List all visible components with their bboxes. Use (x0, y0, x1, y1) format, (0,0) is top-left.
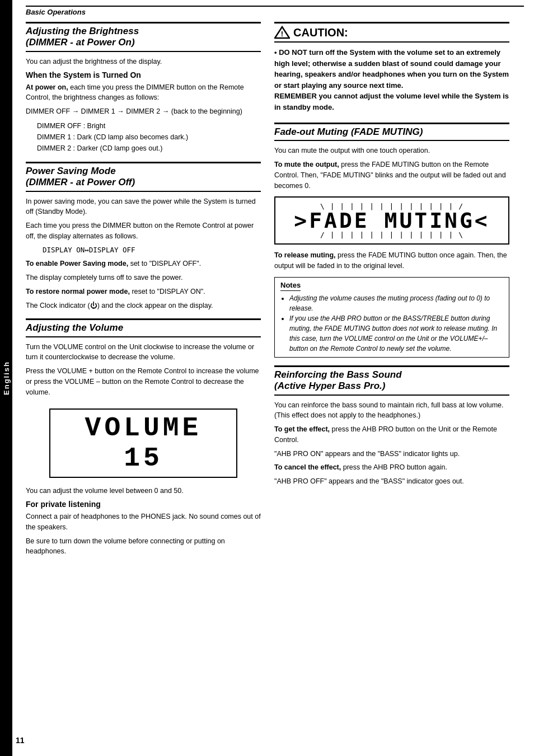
section2-para3-bold: To enable Power Saving mode, (26, 260, 128, 267)
section2-para5-rest: reset to "DISPLAY ON". (130, 288, 205, 295)
svg-text:!: ! (281, 30, 283, 38)
english-tab: English (0, 0, 12, 756)
left-column: Adjusting the Brightness(DIMMER - at Pow… (26, 22, 261, 560)
para6-symbol: ⏻ (90, 302, 97, 309)
bass-para2: "AHB PRO ON" appears and the "BASS" indi… (274, 449, 509, 459)
section3-title: Adjusting the Volume (26, 318, 261, 337)
dimmer2: DIMMER 2 : Darker (CD lamp goes out.) (37, 143, 261, 154)
dimmer1: DIMMER 1 : Dark (CD lamp also becomes da… (37, 132, 261, 143)
right-column: ! CAUTION: • DO NOT turn off the System … (274, 22, 509, 560)
subsection1-para1: At power on, each time you press the DIM… (26, 82, 261, 104)
bass-section-title: Reinforcing the Bass Sound(Active Hyper … (274, 365, 509, 396)
caution-triangle-icon: ! (274, 26, 290, 39)
private-listening-title: For private listening (26, 500, 261, 509)
section2-para2: Each time you press the DIMMER button on… (26, 220, 261, 242)
section2-title: Power Saving Mode(DIMMER - at Power Off) (26, 162, 261, 192)
section3-para2: Press the VOLUME + button on the Remote … (26, 366, 261, 397)
fade-muting-title: Fade-out Muting (FADE MUTING) (274, 123, 509, 141)
fade-para2-bold: To release muting, (274, 251, 336, 259)
section3-para1: Turn the VOLUME control on the Unit cloc… (26, 342, 261, 363)
notes-item1: Adjusting the volume causes the muting p… (289, 293, 503, 313)
fade-para1-bold: To mute the output, (274, 161, 339, 168)
fade-main-text: >FADE MUTING< (281, 208, 503, 233)
caution-title: ! CAUTION: (274, 22, 509, 43)
bass-para3: To cancel the effect, press the AHB PRO … (274, 462, 509, 473)
private-listening-para2: Be sure to turn down the volume before c… (26, 536, 261, 557)
section2-para3: To enable Power Saving mode, set to "DIS… (26, 259, 261, 269)
volume-display: VOLUME 15 (49, 408, 237, 478)
notes-box: Notes Adjusting the volume causes the mu… (274, 277, 509, 358)
section2-para5: To restore normal power mode, reset to "… (26, 287, 261, 297)
fade-para2: To release muting, press the FADE MUTING… (274, 250, 509, 271)
header-divider (26, 6, 524, 7)
section2-para5-bold: To restore normal power mode, (26, 288, 130, 295)
private-listening-para1: Connect a pair of headphones to the PHON… (26, 511, 261, 533)
notes-item2: If you use the AHB PRO button or the BAS… (289, 313, 503, 354)
caution-label: CAUTION: (293, 26, 348, 39)
section2-para1: In power saving mode, you can save the p… (26, 196, 261, 218)
section2-para4: The display completely turns off to save… (26, 273, 261, 283)
section2-para3-rest: set to "DISPLAY OFF". (128, 260, 201, 267)
caution-text: DO NOT turn off the System with the volu… (274, 48, 509, 111)
subsection1-title: When the System is Turned On (26, 71, 261, 79)
section2-display-seq: DISPLAY ON↔DISPLAY OFF (43, 245, 261, 256)
fade-para1: To mute the output, press the FADE MUTIN… (274, 159, 509, 191)
para6-suffix: ) and the clock appear on the display. (97, 302, 213, 309)
warning-triangle-svg: ! (274, 26, 290, 39)
bass-intro: You can reinforce the bass sound to main… (274, 400, 509, 421)
fade-muting-display: \ | | | | | | | | | | | | | / >FADE MUTI… (274, 196, 509, 245)
section1-intro: You can adjust the brightness of the dis… (26, 57, 261, 67)
notes-label: Notes (280, 281, 301, 291)
dimmer-table: DIMMER OFF : Bright DIMMER 1 : Dark (CD … (37, 120, 261, 154)
section-header: Basic Operations (26, 8, 524, 16)
bass-para4: "AHB PRO OFF" appears and the "BASS" ind… (274, 476, 509, 487)
para6-prefix: The Clock indicator ( (26, 302, 90, 309)
notes-list: Adjusting the volume causes the muting p… (289, 293, 503, 354)
dimmer-seq: DIMMER OFF → DIMMER 1 → DIMMER 2 → (back… (26, 106, 261, 117)
page-number: 11 (16, 736, 25, 745)
bass-para1-bold: To get the effect, (274, 425, 330, 433)
para1-bold: At power on, (26, 83, 68, 91)
english-label: English (2, 361, 11, 395)
bass-para3-rest: press the AHB PRO button again. (341, 463, 447, 471)
caution-bullet: • DO NOT turn off the System with the vo… (274, 47, 509, 112)
dimmer-off: DIMMER OFF : Bright (37, 120, 261, 132)
bass-para1: To get the effect, press the AHB PRO but… (274, 424, 509, 445)
section3-para3: You can adjust the volume level between … (26, 486, 261, 496)
bass-para3-bold: To cancel the effect, (274, 463, 341, 471)
section1-title: Adjusting the Brightness(DIMMER - at Pow… (26, 22, 261, 52)
section2-para6: The Clock indicator (⏻) and the clock ap… (26, 300, 261, 311)
fade-intro: You can mute the output with one touch o… (274, 145, 509, 156)
